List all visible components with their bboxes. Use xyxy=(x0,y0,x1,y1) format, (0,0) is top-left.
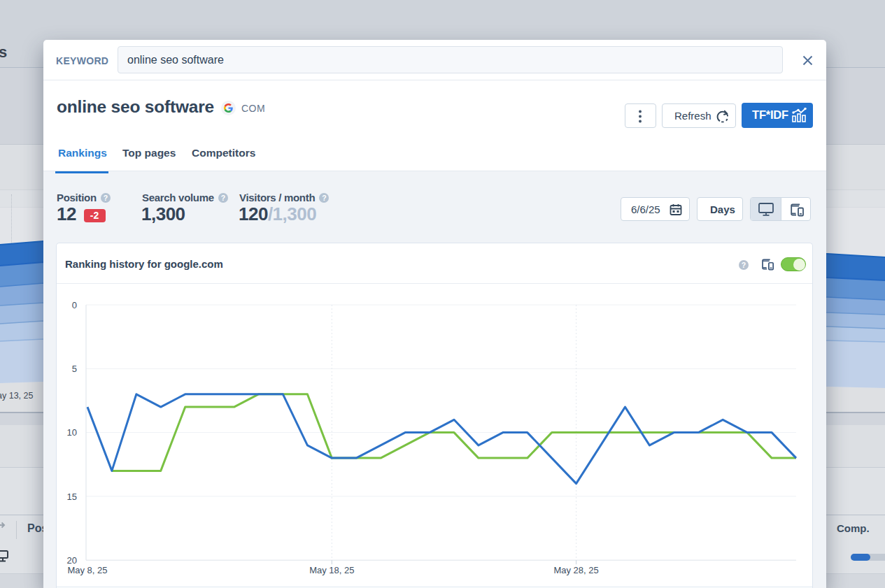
svg-text:20: 20 xyxy=(67,555,77,566)
svg-text:15: 15 xyxy=(67,492,77,502)
svg-text:5: 5 xyxy=(72,364,77,374)
svg-text:10: 10 xyxy=(67,427,77,438)
svg-text:0: 0 xyxy=(72,300,77,310)
svg-text:May 18, 25: May 18, 25 xyxy=(309,565,354,575)
svg-text:May 28, 25: May 28, 25 xyxy=(553,565,598,575)
svg-text:May 8, 25: May 8, 25 xyxy=(67,565,107,575)
